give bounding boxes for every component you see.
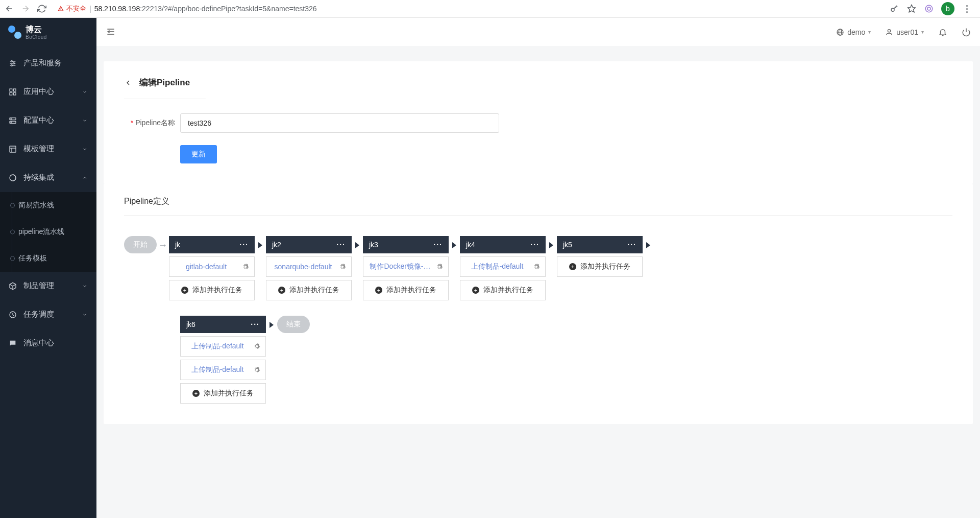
svg-point-2	[925, 5, 933, 12]
plus-icon: +	[375, 287, 382, 294]
arrow-icon	[270, 322, 274, 328]
task-item[interactable]: 制作Docker镜像-…	[363, 256, 449, 277]
globe-icon	[836, 28, 844, 36]
svg-rect-11	[13, 89, 16, 91]
back-button[interactable]	[124, 79, 132, 87]
add-task-button[interactable]: +添加并执行任务	[557, 256, 643, 277]
grid-icon	[8, 88, 17, 96]
stage-menu-icon[interactable]: ···	[433, 241, 443, 249]
stage-menu-icon[interactable]: ···	[239, 241, 249, 249]
svg-point-29	[888, 29, 891, 32]
page-title: 编辑Pipeline	[139, 77, 190, 88]
message-icon	[8, 339, 17, 347]
task-item[interactable]: 上传制品-default	[180, 336, 266, 357]
gear-icon[interactable]	[533, 263, 540, 270]
svg-point-3	[927, 7, 930, 10]
add-task-button[interactable]: +添加并执行任务	[266, 280, 352, 300]
browser-back[interactable]	[4, 4, 14, 14]
user-menu[interactable]: user01 ▾	[885, 28, 924, 36]
svg-marker-1	[908, 5, 916, 12]
topbar: demo ▾ user01 ▾	[96, 18, 980, 46]
pipeline-definition-card: Pipeline定义 开始 → jk··· gitlab-default +添加…	[104, 184, 973, 424]
stage-header[interactable]: jk3···	[363, 236, 449, 253]
stage-header[interactable]: jk4···	[460, 236, 546, 253]
sidebar-item-config[interactable]: 配置中心	[0, 106, 96, 135]
gear-icon[interactable]	[436, 263, 443, 270]
edit-pipeline-card: 编辑Pipeline *Pipeline名称 更新	[104, 61, 973, 184]
sidebar-item-products[interactable]: 产品和服务	[0, 49, 96, 78]
sidebar-item-appcenter[interactable]: 应用中心	[0, 78, 96, 106]
sliders-icon	[8, 59, 17, 67]
pipeline-canvas: 开始 → jk··· gitlab-default +添加并执行任务 jk2··…	[124, 236, 952, 404]
stage-jk5: jk5··· +添加并执行任务	[557, 236, 643, 277]
chevron-down-icon	[82, 118, 88, 123]
svg-rect-12	[10, 92, 12, 95]
logo-cn: 博云	[26, 25, 47, 34]
sidebar-item-messages[interactable]: 消息中心	[0, 329, 96, 358]
add-task-button[interactable]: +添加并执行任务	[363, 280, 449, 300]
stage-jk2: jk2··· sonarqube-default +添加并执行任务	[266, 236, 352, 300]
stage-header[interactable]: jk5···	[557, 236, 643, 253]
logo-en: BoCloud	[26, 34, 47, 40]
user-icon	[885, 28, 893, 36]
chevron-down-icon	[82, 284, 88, 289]
logo[interactable]: 博云 BoCloud	[0, 18, 96, 49]
sidebar-item-artifacts[interactable]: 制品管理	[0, 272, 96, 300]
tenant-switcher[interactable]: demo ▾	[836, 28, 871, 36]
power-icon	[962, 28, 971, 37]
arrow-icon	[549, 242, 553, 248]
gear-icon[interactable]	[253, 366, 260, 373]
task-item[interactable]: sonarqube-default	[266, 256, 352, 277]
stage-header[interactable]: jk···	[169, 236, 255, 253]
stage-menu-icon[interactable]: ···	[627, 241, 636, 249]
star-icon[interactable]	[906, 4, 917, 14]
tenant-name: demo	[847, 28, 865, 36]
notifications-button[interactable]	[938, 28, 947, 37]
plus-icon: +	[278, 287, 285, 294]
svg-point-9	[11, 64, 13, 66]
browser-forward[interactable]	[20, 4, 31, 14]
task-item[interactable]: 上传制品-default	[460, 256, 546, 277]
update-button[interactable]: 更新	[180, 145, 217, 163]
gear-icon[interactable]	[253, 343, 260, 350]
power-button[interactable]	[962, 28, 971, 37]
stage-menu-icon[interactable]: ···	[530, 241, 540, 249]
sidebar-item-scheduling[interactable]: 任务调度	[0, 300, 96, 329]
gear-icon[interactable]	[242, 263, 249, 270]
task-item[interactable]: gitlab-default	[169, 256, 255, 277]
arrow-icon	[646, 242, 650, 248]
stage-menu-icon[interactable]: ···	[336, 241, 346, 249]
sidebar-subitem-simplepipeline[interactable]: 简易流水线	[0, 192, 96, 219]
server-icon	[8, 116, 17, 125]
stage-menu-icon[interactable]: ···	[251, 320, 260, 328]
extension-icon[interactable]	[924, 4, 934, 14]
browser-reload[interactable]	[37, 4, 47, 14]
end-node: 结束	[277, 316, 310, 333]
task-item[interactable]: 上传制品-default	[180, 360, 266, 380]
chevron-down-icon	[82, 89, 88, 95]
gear-icon[interactable]	[339, 263, 346, 270]
chevron-up-icon	[82, 175, 88, 180]
sidebar-collapse-toggle[interactable]	[106, 27, 117, 38]
stage-jk6: jk6··· 上传制品-default 上传制品-default +添加并执行任…	[180, 316, 266, 404]
sidebar-item-ci[interactable]: 持续集成	[0, 163, 96, 192]
add-task-button[interactable]: +添加并执行任务	[460, 280, 546, 300]
chevron-down-icon: ▾	[868, 29, 871, 35]
plus-icon: +	[192, 390, 200, 397]
sidebar-item-templates[interactable]: 模板管理	[0, 135, 96, 163]
plus-icon: +	[472, 287, 479, 294]
pipeline-name-input[interactable]	[180, 113, 499, 133]
browser-url-bar[interactable]: 不安全 | 58.210.98.198:22213/?#/app/boc-def…	[53, 4, 883, 13]
stage-header[interactable]: jk2···	[266, 236, 352, 253]
insecure-warning-icon: 不安全	[57, 4, 86, 13]
key-icon[interactable]	[889, 4, 899, 14]
stage-jk4: jk4··· 上传制品-default +添加并执行任务	[460, 236, 546, 300]
svg-point-7	[11, 60, 13, 62]
sidebar-subitem-tasktemplate[interactable]: 任务模板	[0, 245, 96, 272]
browser-menu-icon[interactable]	[962, 4, 972, 14]
sidebar-subitem-pipeline[interactable]: pipeline流水线	[0, 219, 96, 245]
add-task-button[interactable]: +添加并执行任务	[169, 280, 255, 300]
stage-header[interactable]: jk6···	[180, 316, 266, 333]
add-task-button[interactable]: +添加并执行任务	[180, 383, 266, 404]
profile-avatar[interactable]: b	[941, 2, 954, 15]
